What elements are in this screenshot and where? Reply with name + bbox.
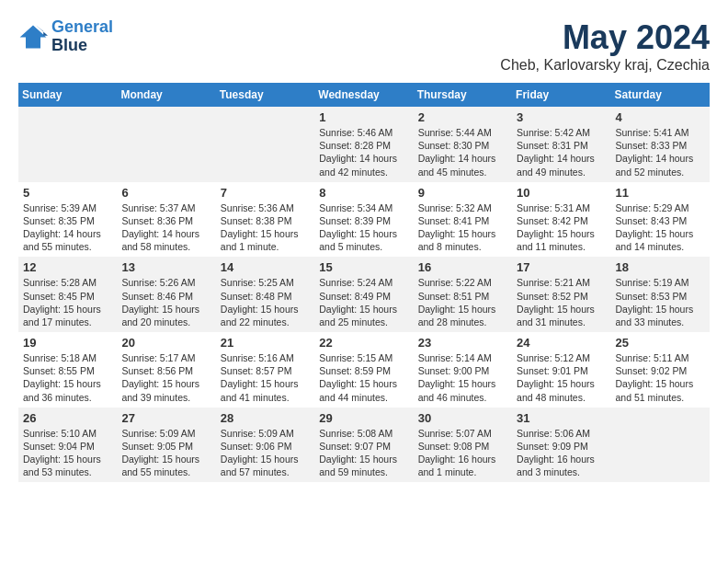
day-cell: 25Sunrise: 5:11 AMSunset: 9:02 PMDayligh… xyxy=(611,332,710,408)
day-cell: 26Sunrise: 5:10 AMSunset: 9:04 PMDayligh… xyxy=(18,408,117,483)
day-cell: 20Sunrise: 5:17 AMSunset: 8:56 PMDayligh… xyxy=(117,332,215,408)
day-cell: 9Sunrise: 5:32 AMSunset: 8:41 PMDaylight… xyxy=(414,182,512,258)
header-row: SundayMondayTuesdayWednesdayThursdayFrid… xyxy=(18,83,710,107)
logo: General Blue xyxy=(18,18,113,55)
day-cell: 29Sunrise: 5:08 AMSunset: 9:07 PMDayligh… xyxy=(314,408,413,483)
day-info: Sunrise: 5:16 AMSunset: 8:57 PMDaylight:… xyxy=(221,351,310,404)
day-info: Sunrise: 5:37 AMSunset: 8:36 PMDaylight:… xyxy=(121,201,210,254)
header-cell-saturday: Saturday xyxy=(611,83,710,107)
day-info: Sunrise: 5:09 AMSunset: 9:06 PMDaylight:… xyxy=(221,427,310,479)
day-info: Sunrise: 5:07 AMSunset: 9:08 PMDaylight:… xyxy=(418,427,507,479)
day-info: Sunrise: 5:39 AMSunset: 8:35 PMDaylight:… xyxy=(23,201,112,254)
day-number: 11 xyxy=(616,186,705,200)
week-row-2: 12Sunrise: 5:28 AMSunset: 8:45 PMDayligh… xyxy=(18,257,710,332)
day-number: 5 xyxy=(23,186,112,200)
day-cell: 15Sunrise: 5:24 AMSunset: 8:49 PMDayligh… xyxy=(314,257,413,332)
day-cell: 22Sunrise: 5:15 AMSunset: 8:59 PMDayligh… xyxy=(314,332,413,408)
day-info: Sunrise: 5:25 AMSunset: 8:48 PMDaylight:… xyxy=(221,276,310,328)
day-number: 9 xyxy=(418,186,507,200)
day-info: Sunrise: 5:10 AMSunset: 9:04 PMDaylight:… xyxy=(23,427,112,479)
day-info: Sunrise: 5:44 AMSunset: 8:30 PMDaylight:… xyxy=(418,126,507,178)
day-number: 1 xyxy=(319,110,408,124)
day-number: 25 xyxy=(616,336,705,350)
logo-icon xyxy=(18,24,48,50)
day-number: 16 xyxy=(418,260,507,274)
day-cell: 6Sunrise: 5:37 AMSunset: 8:36 PMDaylight… xyxy=(117,182,215,258)
day-number: 27 xyxy=(121,411,210,425)
day-number: 19 xyxy=(23,336,112,350)
day-info: Sunrise: 5:42 AMSunset: 8:31 PMDaylight:… xyxy=(517,126,606,178)
svg-marker-0 xyxy=(20,25,47,48)
day-number: 17 xyxy=(517,260,606,274)
day-cell: 5Sunrise: 5:39 AMSunset: 8:35 PMDaylight… xyxy=(18,182,117,258)
week-row-3: 19Sunrise: 5:18 AMSunset: 8:55 PMDayligh… xyxy=(18,332,710,408)
header-cell-tuesday: Tuesday xyxy=(216,83,314,107)
day-number: 23 xyxy=(418,336,507,350)
day-cell: 18Sunrise: 5:19 AMSunset: 8:53 PMDayligh… xyxy=(611,257,710,332)
header-cell-wednesday: Wednesday xyxy=(314,83,413,107)
day-cell xyxy=(18,107,117,182)
day-info: Sunrise: 5:11 AMSunset: 9:02 PMDaylight:… xyxy=(616,351,705,404)
day-cell: 7Sunrise: 5:36 AMSunset: 8:38 PMDaylight… xyxy=(216,182,314,258)
day-cell: 1Sunrise: 5:46 AMSunset: 8:28 PMDaylight… xyxy=(314,107,413,182)
day-number: 26 xyxy=(23,411,112,425)
page-header: General Blue May 2024 Cheb, Karlovarsky … xyxy=(18,18,710,74)
day-number: 30 xyxy=(418,411,507,425)
day-number: 13 xyxy=(121,260,210,274)
day-cell: 30Sunrise: 5:07 AMSunset: 9:08 PMDayligh… xyxy=(414,408,512,483)
month-year: May 2024 xyxy=(500,18,710,57)
day-cell: 23Sunrise: 5:14 AMSunset: 9:00 PMDayligh… xyxy=(414,332,512,408)
header-cell-sunday: Sunday xyxy=(18,83,117,107)
day-number: 18 xyxy=(616,260,705,274)
day-info: Sunrise: 5:34 AMSunset: 8:39 PMDaylight:… xyxy=(319,201,408,254)
day-cell: 24Sunrise: 5:12 AMSunset: 9:01 PMDayligh… xyxy=(512,332,610,408)
day-number: 3 xyxy=(517,110,606,124)
day-cell: 16Sunrise: 5:22 AMSunset: 8:51 PMDayligh… xyxy=(414,257,512,332)
day-cell: 3Sunrise: 5:42 AMSunset: 8:31 PMDaylight… xyxy=(512,107,610,182)
day-cell: 12Sunrise: 5:28 AMSunset: 8:45 PMDayligh… xyxy=(18,257,117,332)
day-info: Sunrise: 5:24 AMSunset: 8:49 PMDaylight:… xyxy=(319,276,408,328)
day-info: Sunrise: 5:14 AMSunset: 9:00 PMDaylight:… xyxy=(418,351,507,404)
day-number: 14 xyxy=(221,260,310,274)
title-block: May 2024 Cheb, Karlovarsky kraj, Czechia xyxy=(500,18,710,74)
week-row-1: 5Sunrise: 5:39 AMSunset: 8:35 PMDaylight… xyxy=(18,182,710,258)
day-cell: 21Sunrise: 5:16 AMSunset: 8:57 PMDayligh… xyxy=(216,332,314,408)
day-cell xyxy=(117,107,215,182)
logo-text: General Blue xyxy=(51,18,113,55)
day-number: 28 xyxy=(221,411,310,425)
day-cell: 14Sunrise: 5:25 AMSunset: 8:48 PMDayligh… xyxy=(216,257,314,332)
day-cell: 13Sunrise: 5:26 AMSunset: 8:46 PMDayligh… xyxy=(117,257,215,332)
day-cell: 28Sunrise: 5:09 AMSunset: 9:06 PMDayligh… xyxy=(216,408,314,483)
day-number: 7 xyxy=(221,186,310,200)
week-row-0: 1Sunrise: 5:46 AMSunset: 8:28 PMDaylight… xyxy=(18,107,710,182)
calendar-table: SundayMondayTuesdayWednesdayThursdayFrid… xyxy=(18,83,710,482)
day-number: 20 xyxy=(121,336,210,350)
day-info: Sunrise: 5:09 AMSunset: 9:05 PMDaylight:… xyxy=(121,427,210,479)
day-number: 29 xyxy=(319,411,408,425)
day-info: Sunrise: 5:46 AMSunset: 8:28 PMDaylight:… xyxy=(319,126,408,178)
day-number: 6 xyxy=(121,186,210,200)
day-info: Sunrise: 5:28 AMSunset: 8:45 PMDaylight:… xyxy=(23,276,112,328)
day-cell: 11Sunrise: 5:29 AMSunset: 8:43 PMDayligh… xyxy=(611,182,710,258)
location: Cheb, Karlovarsky kraj, Czechia xyxy=(500,57,710,74)
day-number: 24 xyxy=(517,336,606,350)
day-number: 22 xyxy=(319,336,408,350)
day-cell: 27Sunrise: 5:09 AMSunset: 9:05 PMDayligh… xyxy=(117,408,215,483)
day-info: Sunrise: 5:29 AMSunset: 8:43 PMDaylight:… xyxy=(616,201,705,254)
day-cell: 31Sunrise: 5:06 AMSunset: 9:09 PMDayligh… xyxy=(512,408,610,483)
header-cell-thursday: Thursday xyxy=(414,83,512,107)
day-info: Sunrise: 5:19 AMSunset: 8:53 PMDaylight:… xyxy=(616,276,705,328)
day-cell xyxy=(611,408,710,483)
week-row-4: 26Sunrise: 5:10 AMSunset: 9:04 PMDayligh… xyxy=(18,408,710,483)
header-cell-friday: Friday xyxy=(512,83,610,107)
day-info: Sunrise: 5:12 AMSunset: 9:01 PMDaylight:… xyxy=(517,351,606,404)
day-info: Sunrise: 5:32 AMSunset: 8:41 PMDaylight:… xyxy=(418,201,507,254)
day-number: 4 xyxy=(616,110,705,124)
header-cell-monday: Monday xyxy=(117,83,215,107)
day-info: Sunrise: 5:21 AMSunset: 8:52 PMDaylight:… xyxy=(517,276,606,328)
day-info: Sunrise: 5:08 AMSunset: 9:07 PMDaylight:… xyxy=(319,427,408,479)
day-cell: 8Sunrise: 5:34 AMSunset: 8:39 PMDaylight… xyxy=(314,182,413,258)
day-number: 31 xyxy=(517,411,606,425)
day-cell: 4Sunrise: 5:41 AMSunset: 8:33 PMDaylight… xyxy=(611,107,710,182)
day-number: 2 xyxy=(418,110,507,124)
